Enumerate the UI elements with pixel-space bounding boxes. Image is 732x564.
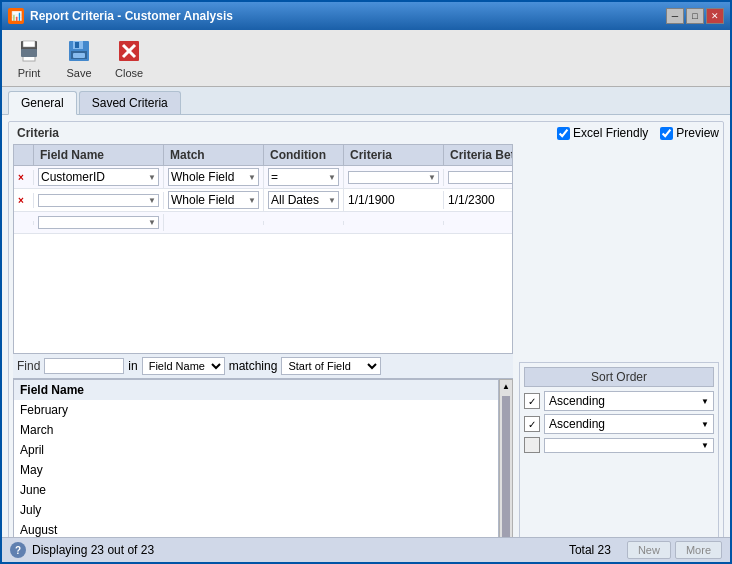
row2-match-dropdown[interactable]: Whole Field ▼	[168, 191, 259, 209]
scrollbar-thumb[interactable]	[502, 396, 510, 538]
dropdown-list-container: Field NameFebruaryMarchAprilMayJuneJulyA…	[13, 379, 513, 538]
list-item-april[interactable]: April	[14, 440, 498, 460]
content-with-panel: Field Name Match Condition Criteria Crit…	[13, 144, 719, 537]
find-in-dropdown[interactable]: Field Name	[142, 357, 225, 375]
row1-between-dropdown[interactable]: ▼	[448, 171, 513, 184]
left-panel: Field Name Match Condition Criteria Crit…	[13, 144, 513, 537]
main-window: 📊 Report Criteria - Customer Analysis ─ …	[0, 0, 732, 564]
window-controls: ─ □ ✕	[666, 8, 724, 24]
col-header-x	[14, 145, 34, 165]
find-matching-dropdown[interactable]: Start of Field	[281, 357, 381, 375]
tabs-bar: General Saved Criteria	[2, 87, 730, 115]
preview-label[interactable]: Preview	[660, 126, 719, 140]
close-label: Close	[115, 67, 143, 79]
find-label: Find	[17, 359, 40, 373]
col-header-fieldname: Field Name	[34, 145, 164, 165]
row2-condition-dropdown[interactable]: All Dates ▼	[268, 191, 339, 209]
col-header-match: Match	[164, 145, 264, 165]
grid-row-2: × ▼ Whole Field	[14, 189, 512, 212]
status-bar: ? Displaying 23 out of 23 Total 23 New M…	[2, 537, 730, 562]
scrollbar[interactable]: ▲ ▼	[499, 379, 513, 538]
matching-label: matching	[229, 359, 278, 373]
chevron-down-icon: ▼	[148, 218, 156, 227]
find-input[interactable]	[44, 358, 124, 374]
list-item-header[interactable]: Field Name	[14, 380, 498, 400]
field-list[interactable]: Field NameFebruaryMarchAprilMayJuneJulyA…	[13, 379, 499, 538]
chevron-down-icon: ▼	[148, 173, 156, 182]
list-item-august[interactable]: August	[14, 520, 498, 538]
sort-row-1: ✓ Ascending ▼	[524, 391, 714, 411]
close-icon	[115, 37, 143, 65]
list-item-february[interactable]: February	[14, 400, 498, 420]
more-button[interactable]: More	[675, 541, 722, 559]
list-item-may[interactable]: May	[14, 460, 498, 480]
app-icon: 📊	[8, 8, 24, 24]
sort2-dropdown[interactable]: Ascending ▼	[544, 414, 714, 434]
sort-order-section: Sort Order ✓ Ascending ▼ ✓ Ascending	[519, 362, 719, 537]
title-bar: 📊 Report Criteria - Customer Analysis ─ …	[2, 2, 730, 30]
grid-row-3: ▼	[14, 212, 512, 234]
total-text: Total 23	[569, 543, 611, 557]
preview-checkbox[interactable]	[660, 127, 673, 140]
chevron-down-icon: ▼	[148, 196, 156, 205]
right-panel: Sort Order ✓ Ascending ▼ ✓ Ascending	[519, 144, 719, 537]
sort2-checkbox[interactable]: ✓	[524, 416, 540, 432]
print-label: Print	[18, 67, 41, 79]
sort-order-title: Sort Order	[524, 367, 714, 387]
sort-row-2: ✓ Ascending ▼	[524, 414, 714, 434]
new-button[interactable]: New	[627, 541, 671, 559]
row3-fieldname-dropdown[interactable]: ▼	[38, 216, 159, 229]
print-button[interactable]: Print	[8, 34, 50, 82]
row2-criteria-value: 1/1/1900	[348, 193, 395, 207]
excel-friendly-label[interactable]: Excel Friendly	[557, 126, 648, 140]
sort3-checkbox[interactable]	[524, 437, 540, 453]
sort1-checkbox[interactable]: ✓	[524, 393, 540, 409]
tab-saved-criteria[interactable]: Saved Criteria	[79, 91, 181, 114]
row1-delete-btn[interactable]: ×	[18, 172, 24, 183]
chevron-down-icon: ▼	[701, 397, 709, 406]
save-label: Save	[66, 67, 91, 79]
col-header-criteria: Criteria	[344, 145, 444, 165]
help-button[interactable]: ?	[10, 542, 26, 558]
criteria-grid: Field Name Match Condition Criteria Crit…	[13, 144, 513, 354]
row1-criteria-dropdown[interactable]: ▼	[348, 171, 439, 184]
svg-rect-1	[23, 41, 35, 47]
list-item-june[interactable]: June	[14, 480, 498, 500]
col-header-condition: Condition	[264, 145, 344, 165]
toolbar: Print Save Close	[2, 30, 730, 87]
minimize-button[interactable]: ─	[666, 8, 684, 24]
tab-general[interactable]: General	[8, 91, 77, 115]
chevron-down-icon: ▼	[328, 196, 336, 205]
list-item-july[interactable]: July	[14, 500, 498, 520]
excel-friendly-checkbox[interactable]	[557, 127, 570, 140]
print-icon	[15, 37, 43, 65]
right-top-spacer	[519, 144, 719, 358]
in-label: in	[128, 359, 137, 373]
grid-row-1: × CustomerID ▼ Whole Field	[14, 166, 512, 189]
chevron-down-icon: ▼	[328, 173, 336, 182]
displaying-text: Displaying 23 out of 23	[32, 543, 154, 557]
row2-delete-btn[interactable]: ×	[18, 195, 24, 206]
window-title: Report Criteria - Customer Analysis	[30, 9, 233, 23]
row1-match-dropdown[interactable]: Whole Field ▼	[168, 168, 259, 186]
row2-fieldname-dropdown[interactable]: ▼	[38, 194, 159, 207]
save-icon	[65, 37, 93, 65]
chevron-down-icon: ▼	[701, 420, 709, 429]
sort1-dropdown[interactable]: Ascending ▼	[544, 391, 714, 411]
close-button[interactable]: Close	[108, 34, 150, 82]
grid-header: Field Name Match Condition Criteria Crit…	[14, 145, 512, 166]
svg-rect-3	[21, 49, 37, 57]
row1-condition-dropdown[interactable]: = ▼	[268, 168, 339, 186]
sort3-dropdown[interactable]: ▼	[544, 438, 714, 453]
col-header-between: Criteria Between	[444, 145, 513, 165]
chevron-down-icon: ▼	[248, 196, 256, 205]
maximize-button[interactable]: □	[686, 8, 704, 24]
criteria-title: Criteria	[13, 126, 59, 140]
save-button[interactable]: Save	[58, 34, 100, 82]
list-item-march[interactable]: March	[14, 420, 498, 440]
row1-fieldname-dropdown[interactable]: CustomerID ▼	[38, 168, 159, 186]
find-bar: Find in Field Name matching Start of Fie…	[13, 354, 513, 379]
chevron-down-icon: ▼	[248, 173, 256, 182]
close-window-button[interactable]: ✕	[706, 8, 724, 24]
main-content: Criteria Excel Friendly Preview	[2, 115, 730, 537]
